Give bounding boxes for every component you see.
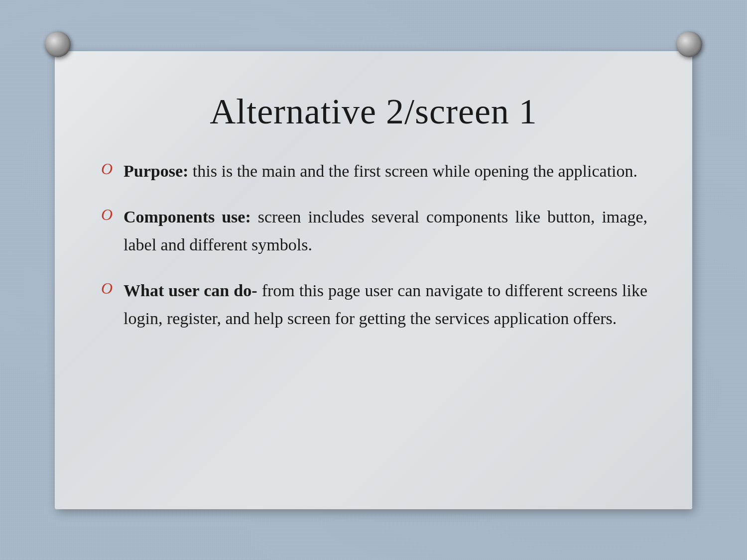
bullet-label-3: What user can do- [124, 281, 257, 300]
bullet-text-1: Purpose: this is the main and the first … [124, 157, 637, 185]
bullet-body-1: this is the main and the first screen wh… [188, 162, 637, 180]
slide-wrapper: Alternative 2/screen 1 O Purpose: this i… [40, 36, 707, 524]
svg-text:O: O [101, 160, 113, 177]
pin-top-right [676, 31, 702, 57]
bullet-label-1: Purpose: [124, 162, 188, 180]
bullet-list: O Purpose: this is the main and the firs… [100, 157, 647, 333]
bullet-icon-2: O [100, 205, 115, 228]
bullet-text-2: Components use: screen includes several … [124, 203, 647, 259]
slide-card: Alternative 2/screen 1 O Purpose: this i… [55, 51, 692, 509]
bullet-label-2: Components use: [124, 208, 251, 226]
svg-text:O: O [101, 206, 113, 223]
bullet-text-3: What user can do- from this page user ca… [124, 277, 647, 333]
slide-title: Alternative 2/screen 1 [100, 91, 647, 132]
svg-text:O: O [101, 279, 113, 297]
pin-circle-left [45, 31, 71, 57]
pin-top-left [45, 31, 71, 57]
list-item: O Purpose: this is the main and the firs… [100, 157, 647, 185]
list-item: O What user can do- from this page user … [100, 277, 647, 333]
bullet-icon-3: O [100, 279, 115, 302]
pin-circle-right [676, 31, 702, 57]
bullet-icon-1: O [100, 159, 115, 182]
list-item: O Components use: screen includes severa… [100, 203, 647, 259]
